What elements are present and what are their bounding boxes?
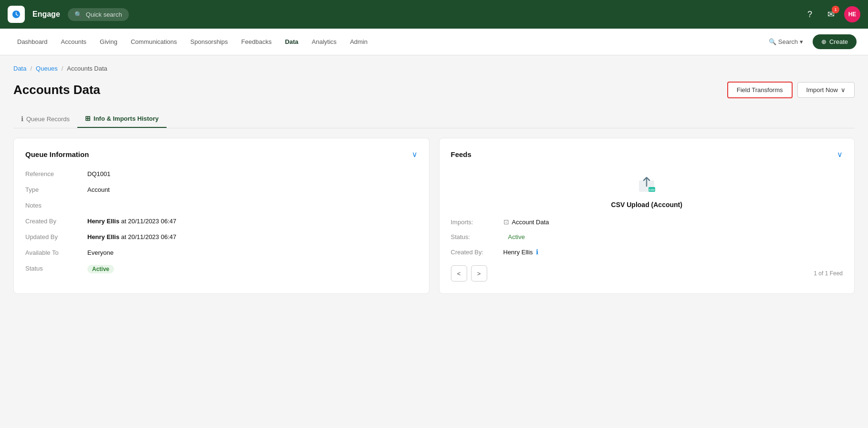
field-transforms-button[interactable]: Field Transforms: [727, 82, 793, 98]
tab-info-imports-label: Info & Imports History: [94, 115, 159, 122]
info-row-notes: Notes: [25, 202, 418, 209]
top-bar: Engage 🔍 Quick search ? ✉ 1 HE: [0, 0, 868, 29]
import-now-label: Import Now: [806, 86, 838, 94]
search-button[interactable]: 🔍 Search ▾: [765, 35, 807, 48]
notes-label: Notes: [25, 202, 87, 209]
csv-upload-label: CSV Upload (Account): [611, 201, 682, 209]
upload-arrow-icon: CSV: [637, 174, 656, 197]
page-header: Accounts Data Field Transforms Import No…: [13, 82, 855, 98]
chevron-down-icon: ∨: [841, 86, 846, 94]
feed-pagination: < > 1 of 1 Feed: [451, 265, 843, 282]
feed-status-badge: Active: [503, 232, 530, 241]
avatar[interactable]: HE: [844, 6, 860, 22]
feed-imports-label: Imports:: [451, 219, 503, 226]
updated-by-label: Updated By: [25, 233, 87, 240]
main-content: Data / Queues / Accounts Data Accounts D…: [0, 55, 868, 303]
nav-feedbacks[interactable]: Feedbacks: [236, 34, 278, 49]
breadcrumb-queues[interactable]: Queues: [36, 65, 58, 72]
nav-communications[interactable]: Communications: [125, 34, 183, 49]
nav-right: 🔍 Search ▾ ⊕ Create: [765, 34, 857, 49]
type-label: Type: [25, 186, 87, 193]
feed-status-label: Status:: [451, 233, 503, 240]
reference-label: Reference: [25, 170, 87, 177]
secondary-nav: Dashboard Accounts Giving Communications…: [0, 29, 868, 55]
feed-imports-value: ⊡ Account Data: [503, 218, 549, 226]
imports-icon: ⊡: [503, 218, 509, 226]
search-icon: 🔍: [769, 38, 776, 45]
info-row-status: Status Active: [25, 265, 418, 273]
breadcrumb: Data / Queues / Accounts Data: [13, 65, 855, 72]
help-button[interactable]: ?: [802, 7, 817, 22]
search-icon: 🔍: [74, 11, 82, 18]
info-row-created-by: Created By Henry Ellis at 20/11/2023 06:…: [25, 218, 418, 225]
feed-imports-row: Imports: ⊡ Account Data: [451, 218, 843, 226]
pagination-prev-button[interactable]: <: [451, 265, 467, 282]
status-badge: Active: [87, 265, 114, 273]
pagination-next-button[interactable]: >: [471, 265, 487, 282]
tab-info-imports[interactable]: ⊞ Info & Imports History: [77, 110, 167, 128]
pagination-buttons: < >: [451, 265, 487, 282]
search-label: Search: [778, 38, 798, 45]
feeds-collapse-button[interactable]: ∨: [837, 150, 843, 159]
nav-giving[interactable]: Giving: [94, 34, 123, 49]
nav-links: Dashboard Accounts Giving Communications…: [11, 34, 373, 49]
breadcrumb-sep-2: /: [62, 65, 63, 72]
tabs: ℹ Queue Records ⊞ Info & Imports History: [13, 110, 855, 128]
tab-queue-records-label: Queue Records: [26, 115, 70, 123]
feeds-title: Feeds: [451, 150, 471, 158]
imports-value-text: Account Data: [512, 219, 549, 226]
feed-created-by-row: Created By: Henry Ellis ℹ: [451, 248, 843, 256]
page-title: Accounts Data: [13, 83, 100, 97]
app-logo[interactable]: [8, 6, 25, 23]
info-row-reference: Reference DQ1001: [25, 170, 418, 177]
feed-status-row: Status: Active: [451, 232, 843, 241]
feed-created-by-value: Henry Ellis ℹ: [503, 248, 538, 256]
info-row-updated-by: Updated By Henry Ellis at 20/11/2023 06:…: [25, 233, 418, 240]
status-label: Status: [25, 265, 87, 272]
updated-by-value: Henry Ellis at 20/11/2023 06:47: [87, 233, 176, 240]
upload-icon-box: CSV: [633, 170, 660, 197]
nav-admin[interactable]: Admin: [344, 34, 373, 49]
create-label: Create: [829, 38, 848, 45]
pagination-info: 1 of 1 Feed: [814, 270, 843, 277]
info-row-type: Type Account: [25, 186, 418, 193]
tab-queue-records[interactable]: ℹ Queue Records: [13, 110, 77, 128]
notification-count: 1: [832, 6, 839, 13]
breadcrumb-data[interactable]: Data: [13, 65, 26, 72]
nav-dashboard[interactable]: Dashboard: [11, 34, 53, 49]
import-now-button[interactable]: Import Now ∨: [797, 82, 855, 98]
available-to-value: Everyone: [87, 249, 114, 256]
reference-value: DQ1001: [87, 170, 110, 177]
plus-icon: ⊕: [821, 38, 826, 45]
info-circle-icon[interactable]: ℹ: [536, 248, 538, 256]
header-actions: Field Transforms Import Now ∨: [727, 82, 855, 98]
type-value: Account: [87, 186, 110, 193]
top-bar-right: ? ✉ 1 HE: [802, 6, 860, 22]
created-by-value: Henry Ellis at 20/11/2023 06:47: [87, 218, 176, 225]
csv-upload-icon-wrap: CSV CSV Upload (Account): [451, 170, 843, 209]
available-to-label: Available To: [25, 249, 87, 256]
breadcrumb-sep-1: /: [30, 65, 32, 72]
nav-data[interactable]: Data: [279, 34, 304, 49]
feeds-card: Feeds ∨ CSV CSV Upload (Account): [439, 138, 855, 294]
nav-accounts[interactable]: Accounts: [55, 34, 92, 49]
feed-created-by-name: Henry Ellis: [503, 249, 533, 256]
nav-analytics[interactable]: Analytics: [306, 34, 342, 49]
svg-text:CSV: CSV: [649, 188, 655, 191]
feed-created-by-label: Created By:: [451, 249, 503, 256]
notifications-button[interactable]: ✉ 1: [823, 7, 838, 22]
top-bar-left: Engage 🔍 Quick search: [8, 6, 129, 23]
queue-info-collapse-button[interactable]: ∨: [412, 150, 418, 159]
breadcrumb-current: Accounts Data: [67, 65, 107, 72]
create-button[interactable]: ⊕ Create: [813, 34, 857, 49]
quick-search[interactable]: 🔍 Quick search: [68, 8, 129, 21]
info-icon: ℹ: [21, 115, 23, 123]
app-name: Engage: [32, 10, 60, 19]
queue-info-card: Queue Information ∨ Reference DQ1001 Typ…: [13, 138, 429, 294]
two-col-layout: Queue Information ∨ Reference DQ1001 Typ…: [13, 138, 855, 294]
info-row-available-to: Available To Everyone: [25, 249, 418, 256]
feed-info: Imports: ⊡ Account Data Status: Active C…: [451, 218, 843, 256]
queue-info-title: Queue Information: [25, 150, 89, 158]
grid-icon: ⊞: [85, 115, 91, 122]
nav-sponsorships[interactable]: Sponsorships: [185, 34, 234, 49]
